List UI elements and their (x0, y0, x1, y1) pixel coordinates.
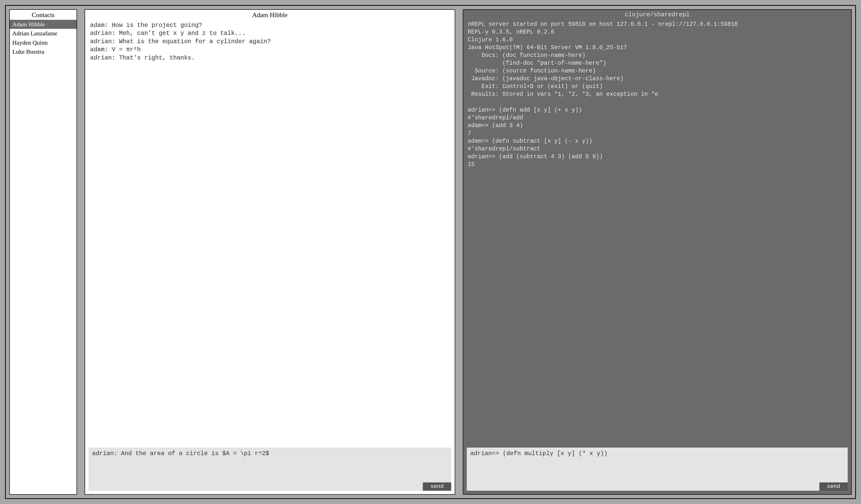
chat-message: adam: V = πr²h (90, 46, 450, 54)
chat-title: Adam Hibble (85, 10, 455, 20)
chat-panel: Adam Hibble adam: How is the project goi… (85, 9, 455, 495)
repl-output: nREPL server started on port 59818 on ho… (463, 19, 851, 444)
app-frame: Contacts Adam HibbleAdrian LanzafameHayd… (5, 5, 856, 499)
chat-send-button[interactable]: send (423, 482, 451, 491)
chat-message: adrian: That's right, thanks. (90, 54, 450, 62)
contact-item[interactable]: Adam Hibble (10, 20, 77, 29)
repl-title: clojure/sharedrepl (463, 10, 851, 19)
repl-panel: clojure/sharedrepl nREPL server started … (463, 9, 852, 495)
chat-messages: adam: How is the project going?adrian: M… (85, 20, 455, 444)
contacts-title: Contacts (10, 10, 77, 20)
contacts-list: Adam HibbleAdrian LanzafameHayden QuinnL… (10, 20, 77, 56)
repl-send-button[interactable]: send (819, 482, 848, 491)
contact-item[interactable]: Luke Busstra (10, 47, 77, 56)
chat-message: adrian: Meh, can't get x y and z to talk… (90, 29, 450, 37)
contact-item[interactable]: Hayden Quinn (10, 38, 77, 47)
chat-message: adam: How is the project going? (90, 21, 450, 29)
repl-input[interactable] (467, 448, 848, 491)
chat-message: adrian: What is the equation for a cylin… (90, 38, 450, 46)
chat-input[interactable] (88, 448, 451, 491)
repl-input-area: send (467, 448, 848, 491)
chat-input-area: send (88, 448, 451, 491)
contact-item[interactable]: Adrian Lanzafame (10, 29, 77, 38)
contacts-panel: Contacts Adam HibbleAdrian LanzafameHayd… (9, 9, 77, 495)
